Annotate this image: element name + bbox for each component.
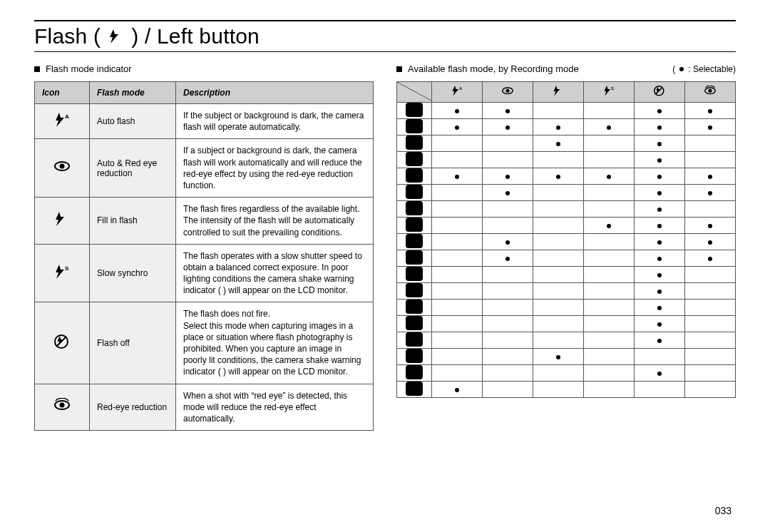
mode-name-cell: Slow synchro: [90, 244, 176, 302]
matrix-cell: [685, 365, 736, 382]
matrix-col-header: [533, 82, 584, 103]
matrix-row-header: [397, 201, 432, 218]
title-underline: [34, 51, 736, 52]
matrix-cell: [635, 316, 685, 332]
matrix-cell: [685, 316, 736, 332]
matrix-cell: [483, 250, 533, 267]
matrix-cell: [584, 365, 635, 382]
matrix-row-header: [397, 185, 432, 201]
matrix-cell: [635, 300, 685, 316]
legend-label: : Selectable): [688, 64, 736, 74]
dot-icon: [505, 175, 510, 179]
matrix-row-header: T: [397, 283, 432, 300]
dot-icon: [455, 126, 459, 130]
dot-icon: [505, 257, 510, 261]
matrix-cell: [533, 332, 584, 349]
matrix-row: T: [397, 283, 736, 300]
matrix-cell: [483, 283, 533, 300]
rec-beach-icon: [406, 382, 423, 396]
matrix-col-header: [635, 82, 685, 103]
matrix-cell: [432, 300, 483, 316]
matrix-corner: [397, 82, 432, 103]
mode-desc-cell: If a subject or background is dark, the …: [176, 139, 374, 198]
matrix-cell: [533, 234, 584, 250]
matrix-cell: [432, 135, 483, 152]
dot-icon: [455, 109, 459, 113]
matrix-cell: [635, 332, 685, 349]
dot-icon: [657, 126, 662, 130]
matrix-row-header: [397, 300, 432, 316]
mode-icon-cell: [35, 139, 90, 198]
mode-desc-cell: The flash fires regardless of the availa…: [176, 198, 374, 245]
rec-portrait-icon: [406, 234, 423, 248]
matrix-cell: [584, 382, 635, 398]
matrix-cell: [483, 135, 533, 152]
matrix-cell: [432, 152, 483, 168]
matrix-cell: [483, 349, 533, 365]
rec-text-icon: T: [406, 283, 423, 297]
matrix-cell: [584, 349, 635, 365]
dot-icon: [708, 224, 712, 228]
matrix-cell: [432, 168, 483, 185]
dot-icon: [708, 257, 712, 261]
dot-icon: [657, 257, 662, 261]
matrix-cell: [533, 365, 584, 382]
dot-icon: [556, 175, 560, 179]
matrix-cell: [635, 365, 685, 382]
rec-sunset-icon: [406, 316, 423, 330]
matrix-cell: [635, 119, 685, 135]
matrix-cell: [483, 119, 533, 135]
matrix-row-header: [397, 365, 432, 382]
th-desc: Description: [176, 82, 374, 104]
matrix-row: [397, 119, 736, 135]
matrix-col-header: [432, 82, 483, 103]
matrix-cell: [483, 267, 533, 283]
dot-icon: [657, 306, 662, 310]
matrix-row: [397, 103, 736, 119]
matrix-cell: [584, 152, 635, 168]
matrix-cell: [533, 218, 584, 234]
dot-icon: [607, 224, 611, 228]
rec-m-icon: M: [406, 135, 423, 150]
rec-auto-icon: [406, 103, 423, 117]
matrix-row: [397, 332, 736, 349]
dot-icon: [607, 126, 611, 130]
rec-children-icon: [406, 250, 423, 265]
matrix-cell: [584, 283, 635, 300]
matrix-cell: [533, 152, 584, 168]
flash-off-icon: [653, 90, 666, 98]
matrix-row-header: [397, 168, 432, 185]
matrix-row-header: [397, 152, 432, 168]
section-label: Available flash mode, by Recording mode: [408, 63, 579, 74]
matrix-row: [397, 168, 736, 185]
page-title: Flash ( ) / Left button: [34, 24, 736, 50]
matrix-cell: [483, 316, 533, 332]
matrix-row: [397, 185, 736, 201]
matrix-cell: [685, 250, 736, 267]
matrix-cell: [533, 300, 584, 316]
matrix-cell: [483, 332, 533, 349]
flash-slow-icon: [53, 272, 71, 282]
dot-icon: [607, 175, 611, 179]
matrix-row: [397, 316, 736, 332]
matrix-cell: [533, 283, 584, 300]
matrix-cell: [533, 103, 584, 119]
matrix-row: [397, 201, 736, 218]
mode-name-cell: Auto flash: [90, 104, 176, 139]
rec-backlight-icon: [406, 349, 423, 363]
redeye-fix-icon: [704, 90, 717, 98]
matrix-row-header: [397, 218, 432, 234]
mode-icon-cell: [35, 104, 90, 139]
flash-mode-table: Icon Flash mode Description Auto flashIf…: [34, 81, 374, 431]
rec-square-icon: [406, 185, 423, 199]
flash-icon: [53, 220, 71, 230]
rec-scene-icon: [406, 168, 423, 183]
rec-dual-icon: [406, 152, 423, 166]
mode-desc-cell: If the subject or background is dark, th…: [176, 104, 374, 139]
dot-icon: [657, 372, 662, 376]
table-row: Auto & Red eye reductionIf a subject or …: [35, 139, 374, 198]
matrix-cell: [685, 283, 736, 300]
matrix-cell: [483, 218, 533, 234]
matrix-cell: [584, 250, 635, 267]
flash-icon: [107, 26, 125, 50]
